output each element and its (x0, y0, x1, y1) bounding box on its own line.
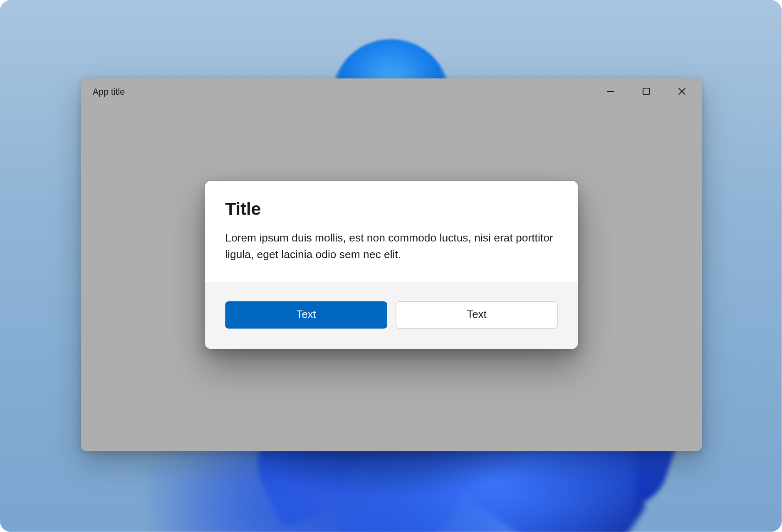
window-controls (593, 78, 700, 104)
dialog-secondary-button[interactable]: Text (396, 301, 558, 328)
app-window: App title (81, 78, 702, 451)
minimize-button[interactable] (593, 78, 629, 104)
maximize-button[interactable] (629, 78, 664, 104)
svg-rect-1 (643, 88, 650, 95)
dialog-button-row: Text Text (205, 281, 578, 348)
content-dialog: Title Lorem ipsum duis mollis, est non c… (205, 181, 578, 348)
titlebar[interactable]: App title (81, 78, 702, 104)
dialog-body-text: Lorem ipsum duis mollis, est non commodo… (225, 229, 558, 262)
maximize-icon (642, 87, 651, 96)
dialog-primary-button[interactable]: Text (225, 301, 387, 328)
close-icon (678, 87, 686, 96)
minimize-icon (606, 87, 615, 96)
close-button[interactable] (664, 78, 700, 104)
app-title: App title (93, 86, 125, 96)
dialog-content-area: Title Lorem ipsum duis mollis, est non c… (205, 181, 578, 281)
dialog-title: Title (225, 199, 558, 219)
